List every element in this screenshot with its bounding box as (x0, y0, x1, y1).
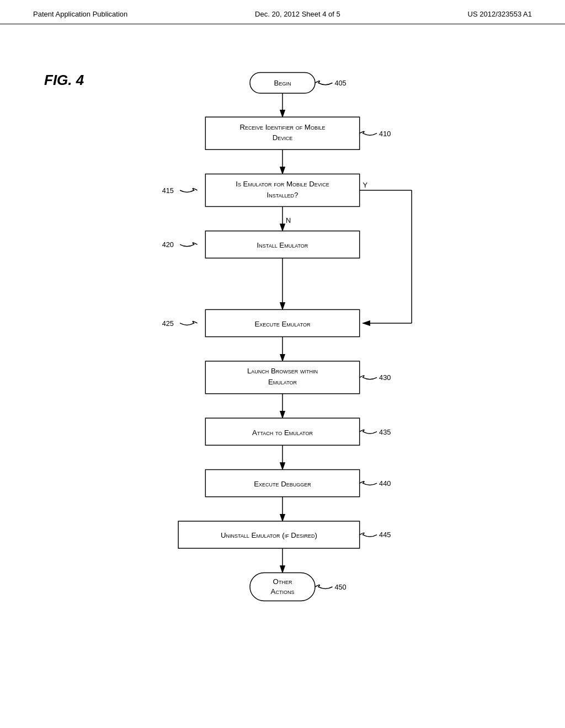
ref-440: 440 (379, 479, 391, 488)
step415-label2: Installed? (267, 191, 299, 199)
ref450-squiggle (315, 585, 332, 589)
flowchart-container: text { font-family: Arial, sans-serif; }… (0, 24, 565, 697)
ref-430: 430 (379, 373, 391, 382)
ref445-squiggle (360, 533, 377, 537)
ref-445: 445 (379, 531, 391, 539)
header-right: US 2012/323553 A1 (468, 10, 532, 18)
end-label1: Other (273, 577, 292, 586)
header-center: Dec. 20, 2012 Sheet 4 of 5 (255, 10, 340, 18)
end-label2: Actions (271, 587, 295, 596)
step425-label: Execute Emulator (254, 320, 311, 328)
no-label: N (286, 216, 291, 224)
step445-label: Uninstall Emulator (if Desired) (221, 531, 317, 539)
step420-label: Install Emulator (257, 241, 308, 249)
ref405-squiggle (315, 81, 332, 85)
ref430-squiggle (360, 376, 377, 379)
ref410-squiggle (360, 131, 377, 135)
yes-label: Y (363, 181, 368, 189)
flowchart-svg: text { font-family: Arial, sans-serif; }… (0, 57, 565, 719)
ref420-squiggle (180, 243, 197, 247)
step440-label: Execute Debugger (254, 480, 311, 488)
step435-label: Attach to Emulator (252, 429, 313, 437)
step430-label2: Emulator (268, 378, 297, 386)
ref-420: 420 (162, 240, 174, 249)
begin-label: Begin (274, 79, 291, 87)
ref-435: 435 (379, 428, 391, 436)
ref-405: 405 (334, 79, 346, 87)
step410-label1: Receive Identifier of Mobile (240, 123, 326, 131)
header-left: Patent Application Publication (33, 10, 127, 18)
ref415-squiggle (180, 189, 197, 192)
ref440-squiggle (360, 481, 377, 485)
ref-410: 410 (379, 130, 391, 138)
ref-450: 450 (334, 583, 346, 591)
ref-415: 415 (162, 186, 174, 195)
ref425-squiggle (180, 322, 197, 325)
ref-425: 425 (162, 319, 174, 328)
ref435-squiggle (360, 430, 377, 433)
step415-label1: Is Emulator for Mobile Device (236, 180, 329, 188)
page-header: Patent Application Publication Dec. 20, … (0, 0, 565, 24)
step430-label1: Launch Browser within (247, 367, 318, 375)
step410-label2: Device (273, 133, 293, 142)
